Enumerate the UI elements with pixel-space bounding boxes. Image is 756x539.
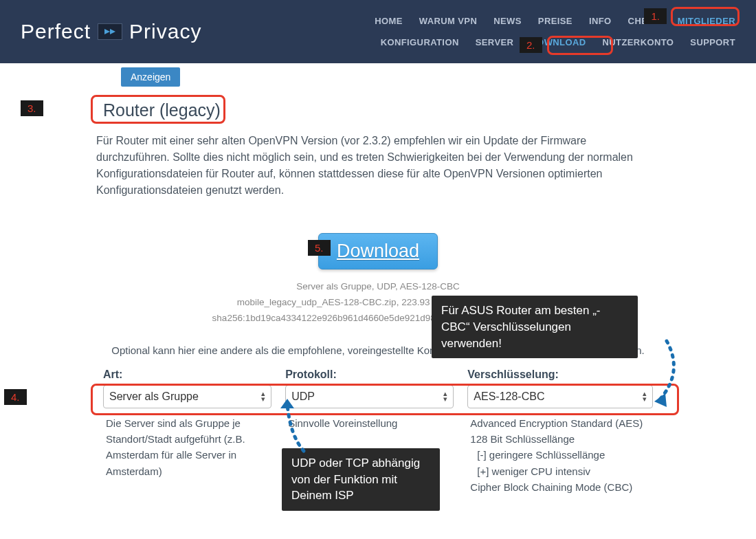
- desc-protokoll: Sinnvolle Voreinstellung: [285, 415, 454, 431]
- nav-news[interactable]: NEWS: [493, 16, 522, 26]
- nav-info[interactable]: INFO: [589, 16, 612, 26]
- select-verschluesselung-value: AES-128-CBC: [474, 390, 544, 403]
- select-protokoll[interactable]: UDP ▴▾: [285, 385, 454, 408]
- step-2: 2.: [520, 37, 542, 53]
- label-protokoll: Protokoll:: [285, 368, 454, 381]
- nav-warum-vpn[interactable]: WARUM VPN: [419, 16, 478, 26]
- callout-udp: UDP oder TCP abhängig von der Funktion m…: [282, 448, 440, 511]
- label-verschluesselung: Verschlüsselung:: [467, 368, 653, 381]
- col-art: Art: Server als Gruppe ▴▾ Die Server sin…: [96, 368, 278, 495]
- label-art: Art:: [103, 368, 271, 381]
- select-art[interactable]: Server als Gruppe ▴▾: [103, 385, 271, 408]
- step-5: 5.: [308, 240, 331, 256]
- nav-nutzerkonto[interactable]: NUTZERKONTO: [603, 37, 674, 47]
- logo-icon: [98, 23, 122, 40]
- anzeigen-button[interactable]: Anzeigen: [121, 67, 180, 87]
- desc-art: Die Server sind als Gruppe je Standort/S…: [103, 415, 271, 479]
- select-art-value: Server als Gruppe: [109, 390, 199, 403]
- step-1: 1.: [644, 8, 667, 24]
- intro-paragraph: Für Router mit einer sehr alten OpenVPN …: [96, 133, 660, 199]
- nav-home[interactable]: HOME: [375, 16, 403, 26]
- select-verschluesselung[interactable]: AES-128-CBC ▴▾: [467, 385, 653, 408]
- download-button[interactable]: Download: [318, 233, 438, 270]
- logo-right: Privacy: [129, 20, 201, 43]
- meta-config: Server als Gruppe, UDP, AES-128-CBC: [96, 279, 660, 295]
- chevron-updown-icon: ▴▾: [443, 391, 447, 402]
- nav-support[interactable]: SUPPORT: [690, 37, 735, 47]
- nav-konfiguration[interactable]: KONFIGURATION: [381, 37, 459, 47]
- section-title: Router (legacy): [96, 96, 227, 124]
- select-protokoll-value: UDP: [291, 390, 315, 403]
- nav-preise[interactable]: PREISE: [538, 16, 572, 26]
- nav: HOME WARUM VPN NEWS PREISE INFO CHECK MI…: [375, 0, 735, 63]
- col-verschluesselung: Verschlüsselung: AES-128-CBC ▴▾ Advanced…: [460, 368, 660, 495]
- logo-left: Perfect: [21, 20, 91, 43]
- callout-asus: Für ASUS Router am besten „-CBC“ Verschl…: [432, 296, 638, 358]
- header: Perfect Privacy HOME WARUM VPN NEWS PREI…: [0, 0, 756, 63]
- step-4: 4.: [4, 389, 27, 405]
- logo: Perfect Privacy: [21, 20, 201, 43]
- nav-row-1: HOME WARUM VPN NEWS PREISE INFO CHECK MI…: [375, 16, 735, 26]
- content: Anzeigen 3. Router (legacy) Für Router m…: [0, 63, 756, 522]
- step-3: 3.: [21, 100, 43, 116]
- nav-mitglieder[interactable]: MITGLIEDER: [678, 16, 735, 26]
- nav-row-2: KONFIGURATION SERVER DOWNLOAD NUTZERKONT…: [375, 37, 735, 47]
- chevron-updown-icon: ▴▾: [643, 391, 647, 402]
- desc-verschluesselung: Advanced Encryption Standard (AES) 128 B…: [467, 415, 653, 495]
- nav-server[interactable]: SERVER: [476, 37, 514, 47]
- chevron-updown-icon: ▴▾: [261, 391, 265, 402]
